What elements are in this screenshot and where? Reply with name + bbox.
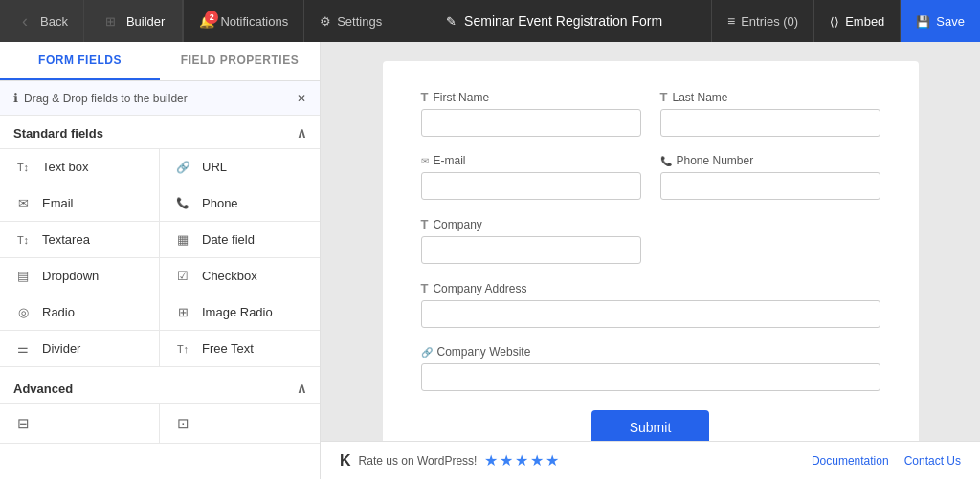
builder-label: Builder bbox=[126, 14, 165, 29]
sidebar: FORM FIELDS FIELD PROPERTIES Drag & Drop… bbox=[0, 42, 321, 479]
field-item-image-radio[interactable]: Image Radio bbox=[160, 294, 320, 331]
form-group-email: E-mail bbox=[421, 154, 641, 200]
close-drag-info-icon[interactable] bbox=[297, 92, 306, 105]
field-label-text-box: Text box bbox=[42, 160, 88, 174]
form-row-5: Company Website bbox=[421, 345, 880, 391]
company-address-input[interactable] bbox=[421, 300, 880, 328]
advanced-label: Advanced bbox=[13, 381, 73, 396]
url-icon bbox=[173, 161, 192, 174]
settings-button[interactable]: Settings bbox=[303, 0, 397, 42]
text-box-icon bbox=[13, 162, 33, 173]
form-group-last-name: Last Name bbox=[660, 90, 880, 137]
documentation-link[interactable]: Documentation bbox=[812, 454, 889, 468]
info-icon bbox=[13, 91, 18, 105]
back-icon bbox=[15, 11, 34, 32]
submit-button[interactable]: Submit bbox=[591, 410, 710, 441]
field-item-adv-1[interactable]: ⊟ bbox=[0, 404, 160, 444]
form-title: Seminar Event Registration Form bbox=[464, 13, 662, 29]
standard-fields-chevron[interactable]: ∧ bbox=[297, 125, 306, 141]
nav-actions: Entries (0) Embed Save bbox=[711, 0, 980, 42]
company-address-label-icon bbox=[421, 281, 429, 295]
form-row-1: First Name Last Name bbox=[421, 90, 880, 137]
field-item-text-box[interactable]: Text box bbox=[0, 149, 160, 185]
email-label-text: E-mail bbox=[434, 154, 466, 167]
entries-label: Entries (0) bbox=[741, 14, 798, 29]
save-button[interactable]: Save bbox=[900, 0, 980, 42]
field-label-divider: Divider bbox=[42, 341, 80, 356]
phone-input[interactable] bbox=[660, 172, 880, 200]
edit-form-icon bbox=[446, 13, 457, 29]
radio-icon bbox=[13, 305, 33, 319]
notification-icon-wrapper: 2 bbox=[199, 14, 214, 29]
field-item-phone[interactable]: Phone bbox=[160, 185, 320, 222]
field-item-date[interactable]: Date field bbox=[160, 222, 320, 258]
company-label-text: Company bbox=[433, 218, 481, 231]
company-input[interactable] bbox=[421, 236, 641, 264]
canvas-area: First Name Last Name bbox=[321, 42, 980, 479]
advanced-fields-grid: ⊟ ⊡ bbox=[0, 403, 320, 444]
field-item-checkbox[interactable]: Checkbox bbox=[160, 258, 320, 294]
company-website-label-text: Company Website bbox=[437, 345, 531, 359]
advanced-chevron[interactable]: ∧ bbox=[297, 381, 306, 396]
company-website-label-icon bbox=[421, 346, 433, 358]
tab-form-fields[interactable]: FORM FIELDS bbox=[0, 42, 160, 80]
embed-label: Embed bbox=[845, 14, 884, 29]
builder-icon bbox=[101, 14, 121, 29]
builder-button[interactable]: Builder bbox=[84, 0, 183, 42]
footer-right: Documentation Contact Us bbox=[812, 454, 961, 468]
gear-icon bbox=[320, 14, 331, 29]
phone-label-icon bbox=[660, 155, 672, 166]
field-item-textarea[interactable]: Textarea bbox=[0, 222, 160, 258]
settings-label: Settings bbox=[337, 14, 382, 29]
star-5: ★ bbox=[546, 451, 559, 469]
email-input[interactable] bbox=[421, 172, 641, 200]
notifications-label: Notifications bbox=[220, 14, 288, 29]
company-website-input[interactable] bbox=[421, 363, 880, 391]
submit-area: Submit bbox=[421, 410, 880, 441]
textarea-icon bbox=[13, 234, 33, 246]
entries-button[interactable]: Entries (0) bbox=[711, 0, 813, 42]
field-label-radio: Radio bbox=[42, 305, 75, 319]
last-name-label-text: Last Name bbox=[672, 91, 727, 104]
tab-field-properties[interactable]: FIELD PROPERTIES bbox=[160, 42, 320, 80]
back-button[interactable]: Back bbox=[0, 0, 84, 42]
field-item-url[interactable]: URL bbox=[160, 149, 320, 185]
notifications-badge: 2 bbox=[205, 11, 218, 24]
label-company-website: Company Website bbox=[421, 345, 880, 359]
company-label-icon bbox=[421, 217, 429, 231]
field-label-email: Email bbox=[42, 196, 74, 210]
field-item-divider[interactable]: Divider bbox=[0, 331, 160, 367]
embed-button[interactable]: Embed bbox=[813, 0, 900, 42]
dropdown-icon bbox=[13, 269, 33, 283]
field-item-free-text[interactable]: Free Text bbox=[160, 331, 320, 367]
first-name-label-text: First Name bbox=[433, 91, 489, 104]
first-name-input[interactable] bbox=[421, 109, 641, 137]
embed-icon bbox=[830, 14, 839, 29]
phone-label-text: Phone Number bbox=[677, 154, 754, 167]
drag-info-text: Drag & Drop fields to the builder bbox=[24, 92, 188, 105]
back-label: Back bbox=[40, 14, 68, 29]
notifications-button[interactable]: 2 Notifications bbox=[183, 0, 303, 42]
footer-left: K Rate us on WordPress! ★ ★ ★ ★ ★ bbox=[340, 451, 559, 469]
field-item-radio[interactable]: Radio bbox=[0, 294, 160, 331]
date-icon bbox=[173, 232, 192, 247]
contact-link[interactable]: Contact Us bbox=[904, 454, 961, 468]
drag-drop-info: Drag & Drop fields to the builder bbox=[0, 81, 320, 116]
checkbox-icon bbox=[173, 269, 192, 283]
field-label-url: URL bbox=[202, 160, 227, 174]
field-item-email[interactable]: Email bbox=[0, 185, 160, 222]
k-logo: K bbox=[340, 452, 351, 469]
form-canvas: First Name Last Name bbox=[321, 42, 980, 441]
last-name-label-icon bbox=[660, 90, 668, 104]
field-item-dropdown[interactable]: Dropdown bbox=[0, 258, 160, 294]
field-item-adv-2[interactable]: ⊡ bbox=[160, 404, 320, 444]
field-label-image-radio: Image Radio bbox=[202, 305, 273, 319]
star-4: ★ bbox=[530, 451, 544, 469]
email-label-icon bbox=[421, 155, 429, 166]
image-radio-icon bbox=[173, 305, 192, 319]
star-3: ★ bbox=[515, 451, 528, 469]
form-group-first-name: First Name bbox=[421, 90, 641, 137]
last-name-input[interactable] bbox=[660, 109, 880, 137]
sidebar-tabs: FORM FIELDS FIELD PROPERTIES bbox=[0, 42, 320, 81]
save-icon bbox=[916, 14, 930, 29]
